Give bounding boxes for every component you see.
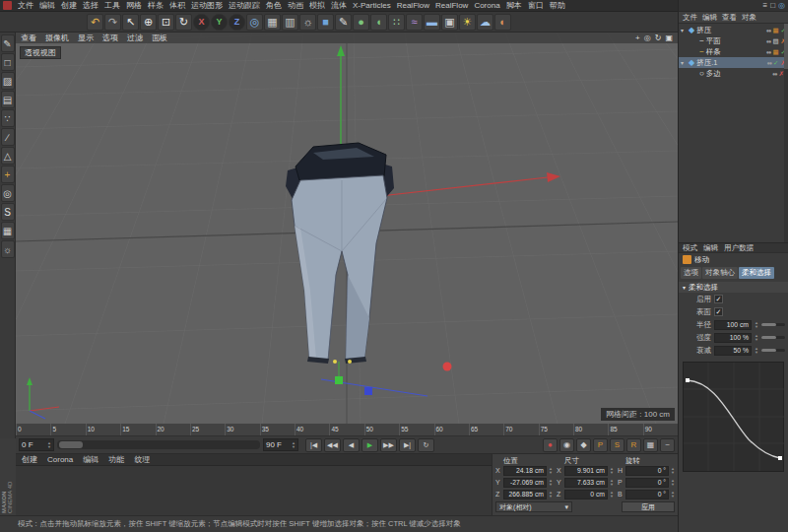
- param-value-field[interactable]: 100 cm: [714, 320, 752, 330]
- z-axis-lock-icon[interactable]: Z: [229, 14, 245, 31]
- goto-start-button[interactable]: |◀: [305, 438, 322, 452]
- material-menu-item[interactable]: 创建: [22, 454, 37, 465]
- stepper-icon[interactable]: ▲▼: [755, 347, 758, 355]
- attribute-menu-item[interactable]: 模式: [683, 243, 697, 253]
- viewport-menu-item[interactable]: 摄像机: [45, 33, 69, 43]
- object-tag-icon[interactable]: ✓: [773, 59, 778, 67]
- add-cube-icon[interactable]: ■: [317, 14, 334, 31]
- menu-item[interactable]: 角色: [263, 0, 285, 12]
- material-menu-item[interactable]: 编辑: [83, 454, 98, 465]
- object-manager-menu-item[interactable]: 编辑: [702, 13, 717, 23]
- stepper-icon[interactable]: ▲▼: [610, 467, 614, 475]
- timeline-slider-handle[interactable]: [59, 441, 83, 448]
- param-slider[interactable]: [761, 323, 785, 326]
- menu-item[interactable]: 帮助: [547, 0, 568, 12]
- viewport-canvas[interactable]: [16, 33, 678, 424]
- stepper-icon[interactable]: ▲▼: [549, 479, 553, 487]
- end-frame-field[interactable]: 90 F ▲▼: [263, 438, 298, 451]
- menu-item[interactable]: 编辑: [36, 0, 58, 12]
- attribute-menu-item[interactable]: 用户数据: [724, 243, 754, 253]
- expand-arrow-icon[interactable]: ▾: [681, 27, 687, 33]
- goto-end-button[interactable]: ▶|: [399, 438, 416, 452]
- record-keyframe-icon[interactable]: ●: [543, 438, 558, 452]
- visibility-dots-icon[interactable]: ●●: [772, 71, 777, 77]
- visibility-dots-icon[interactable]: ●●: [766, 38, 771, 44]
- attribute-tab[interactable]: 柔和选择: [739, 267, 774, 279]
- current-frame-field[interactable]: 0 F ▲▼: [19, 438, 54, 451]
- coordinate-mode-dropdown[interactable]: 对象(相对)▾: [495, 501, 572, 512]
- object-manager-menu-item[interactable]: 文件: [683, 13, 697, 23]
- coordinate-value-field[interactable]: 9.901 cm: [564, 466, 608, 476]
- next-frame-button[interactable]: ▶▶: [380, 438, 397, 452]
- stepper-icon[interactable]: ▲▼: [671, 467, 675, 475]
- select-tool-icon[interactable]: ↖: [122, 14, 139, 31]
- menu-item[interactable]: RealFlow: [432, 0, 471, 12]
- stepper-icon[interactable]: ▲▼: [610, 479, 614, 487]
- record-position-icon[interactable]: P: [593, 438, 608, 452]
- param-value-field[interactable]: 50 %: [714, 346, 752, 356]
- view-label[interactable]: 透视视图: [20, 46, 61, 59]
- coordinate-value-field[interactable]: 7.633 cm: [564, 478, 608, 488]
- y-axis-lock-icon[interactable]: Y: [211, 14, 228, 31]
- record-scale-icon[interactable]: S: [610, 438, 624, 452]
- viewport-zoom-icon[interactable]: ◎: [644, 33, 651, 42]
- convert-editable-icon[interactable]: ✎: [1, 34, 15, 52]
- menu-item[interactable]: 样条: [145, 0, 166, 12]
- stepper-icon[interactable]: ▲▼: [755, 321, 758, 329]
- menu-item[interactable]: 窗口: [525, 0, 547, 12]
- workplane-lock-icon[interactable]: ▦: [1, 222, 15, 239]
- stepper-icon[interactable]: ▲▼: [47, 441, 51, 449]
- stepper-icon[interactable]: ▲▼: [549, 467, 553, 475]
- viewport-toggle-icon[interactable]: ▣: [665, 33, 673, 42]
- menu-item[interactable]: 体积: [166, 0, 188, 12]
- stepper-icon[interactable]: ▲▼: [549, 491, 553, 499]
- keyframe-selection-icon[interactable]: ◆: [576, 438, 591, 452]
- model-mode-icon[interactable]: □: [1, 53, 15, 71]
- floor-icon[interactable]: ▬: [424, 14, 440, 31]
- viewport-menu-item[interactable]: 面板: [152, 33, 167, 43]
- object-tree-row[interactable]: ~ 平面 ●● ▨ ✗: [679, 35, 788, 46]
- autokey-icon[interactable]: ◉: [559, 438, 574, 452]
- menu-item[interactable]: 模拟: [306, 0, 328, 12]
- object-tag-icon[interactable]: ▨: [772, 37, 778, 45]
- render-picture-viewer-icon[interactable]: ▥: [282, 14, 298, 31]
- coordinate-value-field[interactable]: 0 °: [625, 478, 669, 488]
- camera-icon[interactable]: ▣: [441, 14, 458, 31]
- menu-item[interactable]: 动画: [285, 0, 306, 12]
- param-slider[interactable]: [761, 349, 785, 352]
- viewport-menu-item[interactable]: 过滤: [127, 33, 143, 43]
- menu-item[interactable]: 文件: [15, 0, 36, 12]
- menu-item[interactable]: RealFlow: [394, 0, 432, 12]
- sky-icon[interactable]: ☁: [477, 14, 493, 31]
- object-tree-row[interactable]: ○ 多边 ●● ✗: [679, 68, 788, 79]
- enable-snap-icon[interactable]: S: [1, 203, 15, 221]
- viewport-pan-icon[interactable]: +: [635, 33, 640, 42]
- visibility-dots-icon[interactable]: ●●: [766, 49, 771, 55]
- falloff-curve-graph[interactable]: [683, 362, 784, 472]
- menu-item[interactable]: 脚本: [503, 0, 525, 12]
- polygons-mode-icon[interactable]: △: [1, 147, 15, 165]
- coordinate-value-field[interactable]: -27.069 cm: [503, 478, 547, 488]
- material-menu-item[interactable]: Corona: [47, 455, 73, 464]
- points-mode-icon[interactable]: ∵: [1, 109, 15, 127]
- coordinate-value-field[interactable]: 0 cm: [564, 490, 608, 499]
- param-slider[interactable]: [761, 336, 785, 339]
- material-menu-item[interactable]: 功能: [108, 454, 124, 465]
- viewport-rotate-icon[interactable]: ↻: [655, 33, 662, 42]
- object-tree-row[interactable]: ~ 样条 ●● ▦ ✓: [679, 46, 788, 57]
- prev-frame-button[interactable]: ◀: [343, 438, 360, 452]
- record-pla-icon[interactable]: ~: [660, 438, 675, 452]
- material-icon[interactable]: ◐: [494, 14, 511, 31]
- stepper-icon[interactable]: ▲▼: [671, 479, 675, 487]
- stepper-icon[interactable]: ▲▼: [671, 491, 675, 499]
- stepper-icon[interactable]: ▲▼: [610, 491, 614, 499]
- menu-item[interactable]: X-Particles: [350, 0, 394, 12]
- enable-axis-icon[interactable]: +: [1, 166, 15, 183]
- menu-item[interactable]: 运动图形: [188, 0, 226, 12]
- subdivision-surface-icon[interactable]: ●: [353, 14, 369, 31]
- panel-icon[interactable]: □: [770, 1, 775, 10]
- material-menu-item[interactable]: 纹理: [134, 454, 150, 465]
- stepper-icon[interactable]: ▲▼: [755, 334, 758, 342]
- solo-mode-icon[interactable]: ◎: [1, 184, 15, 202]
- x-axis-lock-icon[interactable]: X: [193, 14, 210, 31]
